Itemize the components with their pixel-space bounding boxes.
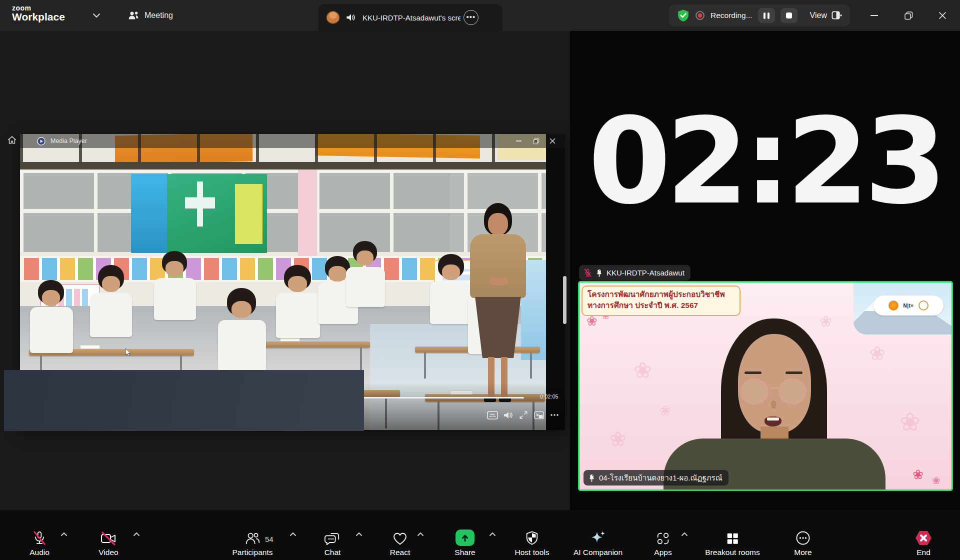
logo-workplace: Workplace [12, 11, 65, 23]
sakura-flower: ❀ [932, 474, 940, 486]
playback-time: 0:02:05 [540, 394, 558, 400]
ai-companion-button[interactable]: AI Companion [560, 510, 636, 557]
zoom-meeting-window: zoom Workplace Meeting KKU-IRDTP-Atsadaw… [0, 0, 960, 560]
tab-shared-screen-title: KKU-IRDTP-Atsadawut's scree [362, 14, 460, 22]
logo-icon [888, 300, 898, 310]
camera-off-icon [100, 531, 117, 546]
recording-indicator: Recording... View [669, 4, 850, 26]
participants-button[interactable]: Participants [215, 510, 290, 557]
tab-more-options-icon[interactable]: ••• [464, 10, 478, 25]
more-button[interactable]: More [766, 510, 840, 557]
meeting-toolbar: Audio Video Participants 54 [0, 510, 960, 560]
mp-minimize-button[interactable] [511, 134, 526, 148]
sparkle-icon [590, 530, 606, 546]
media-player-titlebar: Media Player [20, 134, 565, 148]
volume-button[interactable] [500, 408, 516, 422]
view-button[interactable]: View [810, 11, 842, 20]
breakout-rooms-icon [725, 531, 740, 546]
mic-muted-icon [32, 530, 47, 546]
mouse-cursor [125, 348, 131, 356]
end-call-icon [914, 530, 932, 546]
top-bar: zoom Workplace Meeting KKU-IRDTP-Atsadaw… [0, 0, 960, 31]
minimize-window-button[interactable] [862, 0, 886, 31]
organizer-logos: N|t≡ [874, 296, 944, 316]
chat-icon [324, 531, 340, 546]
tab-meeting-label: Meeting [144, 11, 173, 20]
view-layout-icon [832, 11, 842, 20]
breakout-rooms-button[interactable]: Breakout rooms [695, 510, 770, 557]
tab-shared-screen[interactable]: KKU-IRDTP-Atsadawut's scree ••• [318, 4, 502, 31]
speaker-video-tile[interactable]: ❀ ❀ ❀ ❀ ❀ ❀ ❀ N|t≡ โครงการพัฒนาศักยภาพผู… [578, 281, 953, 491]
mp-restore-button[interactable] [528, 134, 544, 148]
participants-icon [244, 531, 260, 546]
chevron-down-icon[interactable] [92, 13, 100, 18]
audio-options-chevron[interactable] [60, 532, 68, 536]
share-icon [456, 530, 474, 546]
more-icon [795, 530, 811, 546]
video-options-chevron[interactable] [133, 532, 140, 536]
tile-label-text: 04-โรงเรียนบ้านดงยาง1-ผอ.ณัฏฐภรณ์ [599, 472, 722, 484]
react-options-chevron[interactable] [417, 532, 424, 536]
host-tools-button[interactable]: Host tools [494, 510, 570, 557]
subtitles-button[interactable] [485, 408, 500, 422]
media-player-title: Media Player [50, 138, 87, 144]
close-window-button[interactable] [931, 0, 954, 31]
pin-icon [596, 269, 603, 277]
apps-icon [656, 531, 670, 546]
fullscreen-button[interactable] [516, 408, 531, 422]
participants-count: 54 [265, 535, 274, 544]
heart-icon [392, 531, 408, 546]
pause-recording-button[interactable] [758, 8, 775, 23]
scrollbar-handle[interactable] [563, 276, 566, 324]
apps-button[interactable]: Apps [626, 510, 700, 557]
stop-recording-button[interactable] [780, 8, 798, 23]
view-label: View [810, 11, 827, 20]
banner-line2: ทางการศึกษา ประจำปี พ.ศ. 2567 [588, 300, 734, 311]
countdown-timer: 02:23 [570, 102, 960, 221]
chat-options-chevron[interactable] [356, 532, 362, 536]
right-panel: 02:23 KKU-IRDTP-Atsadawut ❀ ❀ ❀ ❀ ❀ ❀ [570, 31, 960, 510]
apps-options-chevron[interactable] [681, 532, 688, 536]
recording-label: Recording... [710, 11, 752, 20]
avatar [326, 11, 340, 24]
tab-meeting[interactable]: Meeting [128, 0, 173, 31]
people-icon [128, 10, 140, 21]
mini-player-button[interactable] [532, 408, 546, 422]
speaker-name-tag: KKU-IRDTP-Atsadawut [579, 265, 690, 280]
media-player-app-icon [37, 137, 46, 146]
react-button[interactable]: React [362, 510, 438, 557]
record-dot-icon [695, 10, 705, 20]
zoom-workplace-logo: zoom Workplace [12, 4, 65, 23]
mp-close-button[interactable] [545, 134, 560, 148]
home-icon[interactable] [7, 135, 17, 145]
project-banner: โครงการพัฒนาศักยภาพผู้ประกอบวิชาชีพ ทางก… [582, 286, 740, 316]
restore-window-button[interactable] [897, 0, 920, 31]
logo-text: N|t≡ [903, 303, 914, 308]
security-shield-icon[interactable] [677, 9, 690, 22]
shared-screen-overlay [4, 370, 364, 431]
tile-bottom-label: 04-โรงเรียนบ้านดงยาง1-ผอ.ณัฏฐภรณ์ [584, 470, 728, 486]
muted-mic-icon [584, 268, 592, 277]
speaker-icon [346, 12, 356, 22]
more-options-button[interactable] [547, 408, 562, 422]
end-button[interactable]: End [886, 510, 960, 557]
emblem-icon [918, 300, 928, 310]
banner-line1: โครงการพัฒนาศักยภาพผู้ประกอบวิชาชีพ [588, 289, 734, 300]
speaker-name: KKU-IRDTP-Atsadawut [606, 268, 684, 277]
pin-icon [588, 474, 596, 482]
shared-screen-view: Media Player 0:02:05 [0, 31, 570, 510]
sakura-flower: ❀ [912, 467, 924, 482]
shield-icon [524, 530, 540, 546]
